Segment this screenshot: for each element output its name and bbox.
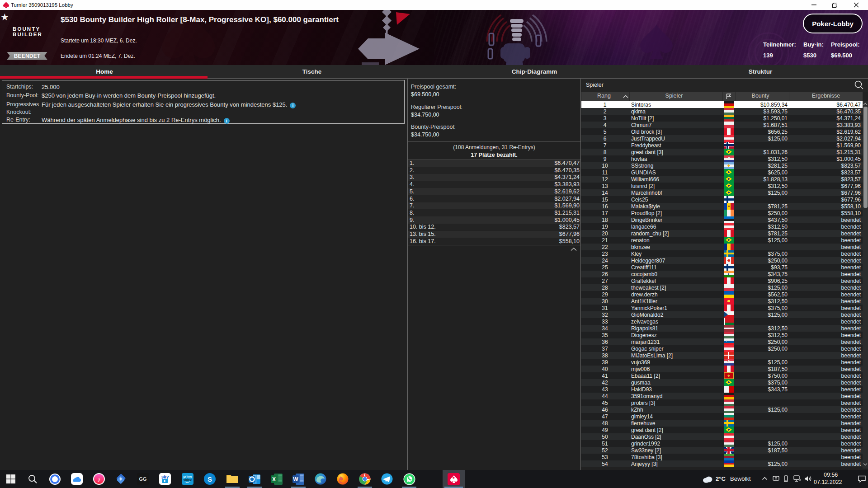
svg-text:X: X — [272, 476, 276, 483]
svg-text:W: W — [293, 476, 298, 483]
